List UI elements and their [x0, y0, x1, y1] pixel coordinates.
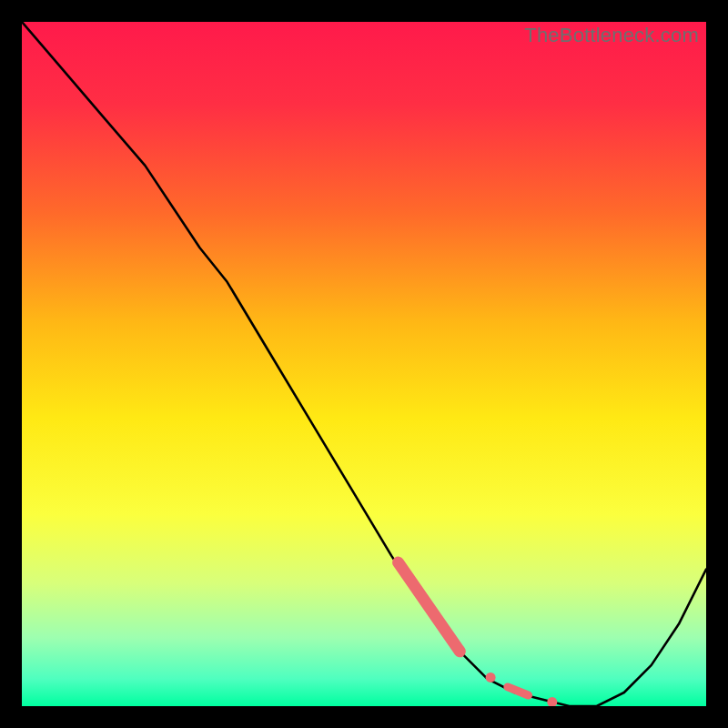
bottleneck-chart: [22, 22, 706, 706]
watermark-label: TheBottleneck.com: [524, 24, 699, 47]
highlight-dot: [486, 672, 496, 682]
gradient-background: [22, 22, 706, 706]
chart-frame: TheBottleneck.com: [22, 22, 706, 706]
